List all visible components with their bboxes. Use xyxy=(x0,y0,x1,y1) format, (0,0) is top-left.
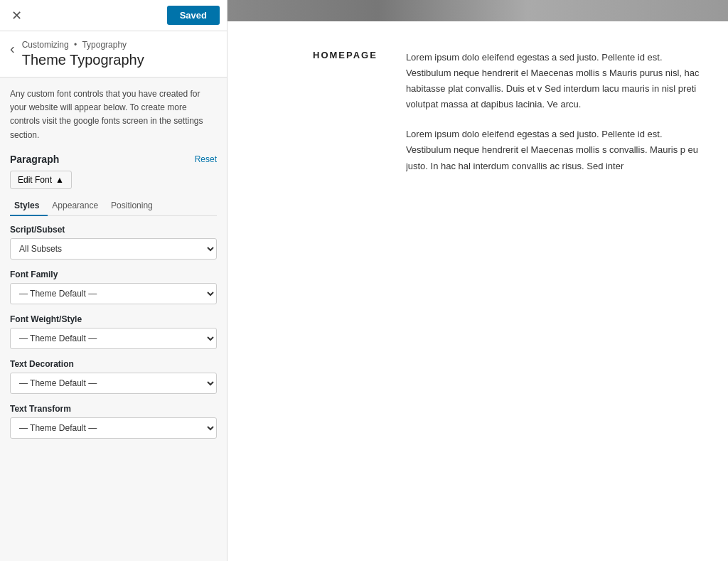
script-subset-group: Script/Subset All Subsets Latin Latin Ex… xyxy=(10,225,217,260)
breadcrumb-sep: • xyxy=(74,40,77,50)
font-weight-select[interactable]: — Theme Default — Normal Bold Italic Bol… xyxy=(10,328,217,349)
font-weight-label: Font Weight/Style xyxy=(10,314,217,324)
text-decoration-label: Text Decoration xyxy=(10,359,217,369)
saved-button[interactable]: Saved xyxy=(167,6,220,25)
breadcrumb: Customizing • Typography xyxy=(22,40,144,50)
text-transform-label: Text Transform xyxy=(10,404,217,414)
description-text: Any custom font controls that you have c… xyxy=(0,78,227,149)
breadcrumb-part2: Typography xyxy=(82,40,127,50)
close-button[interactable]: ✕ xyxy=(7,6,26,25)
preview-paragraph-2: Lorem ipsum dolo eleifend egestas a sed … xyxy=(406,127,700,173)
script-subset-label: Script/Subset xyxy=(10,225,217,235)
preview-paragraph-1: Lorem ipsum dolo eleifend egestas a sed … xyxy=(406,50,700,112)
text-transform-select[interactable]: — Theme Default — None Uppercase Lowerca… xyxy=(10,417,217,439)
preview-right: Lorem ipsum dolo eleifend egestas a sed … xyxy=(406,50,700,547)
edit-font-button[interactable]: Edit Font ▲ xyxy=(10,171,72,189)
text-transform-group: Text Transform — Theme Default — None Up… xyxy=(10,404,217,439)
header-text: Customizing • Typography Theme Typograph… xyxy=(22,40,144,68)
text-decoration-select[interactable]: — Theme Default — None Underline Overlin… xyxy=(10,373,217,394)
edit-font-label: Edit Font xyxy=(18,175,52,185)
font-family-select[interactable]: — Theme Default — Arial Georgia Helvetic… xyxy=(10,283,217,304)
preview-panel: HOMEPAGE Lorem ipsum dolo eleifend egest… xyxy=(228,0,728,561)
section-header: Paragraph Reset xyxy=(10,154,217,165)
font-family-group: Font Family — Theme Default — Arial Geor… xyxy=(10,269,217,304)
breadcrumb-part1: Customizing xyxy=(22,40,69,50)
script-subset-select[interactable]: All Subsets Latin Latin Extended Cyrilli… xyxy=(10,238,217,260)
preview-content: HOMEPAGE Lorem ipsum dolo eleifend egest… xyxy=(228,21,728,561)
text-decoration-group: Text Decoration — Theme Default — None U… xyxy=(10,359,217,394)
font-family-label: Font Family xyxy=(10,269,217,279)
homepage-label: HOMEPAGE xyxy=(313,50,378,60)
edit-font-arrow: ▲ xyxy=(55,175,64,185)
tabs-row: Styles Appearance Positioning xyxy=(10,196,217,216)
reset-button[interactable]: Reset xyxy=(195,154,217,164)
font-weight-group: Font Weight/Style — Theme Default — Norm… xyxy=(10,314,217,349)
section-title: Paragraph xyxy=(10,154,59,165)
page-title: Theme Typography xyxy=(22,52,144,68)
preview-left: HOMEPAGE xyxy=(313,50,378,547)
tab-appearance[interactable]: Appearance xyxy=(48,196,107,216)
back-button[interactable]: ‹ xyxy=(10,41,15,55)
top-bar: ✕ Saved xyxy=(0,0,227,31)
panel-content: Paragraph Reset Edit Font ▲ Styles Appea… xyxy=(0,149,227,561)
tab-styles[interactable]: Styles xyxy=(10,196,48,216)
left-panel: ✕ Saved ‹ Customizing • Typography Theme… xyxy=(0,0,228,561)
header-nav: ‹ Customizing • Typography Theme Typogra… xyxy=(0,31,227,78)
tab-positioning[interactable]: Positioning xyxy=(107,196,161,216)
preview-top-image xyxy=(228,0,728,21)
